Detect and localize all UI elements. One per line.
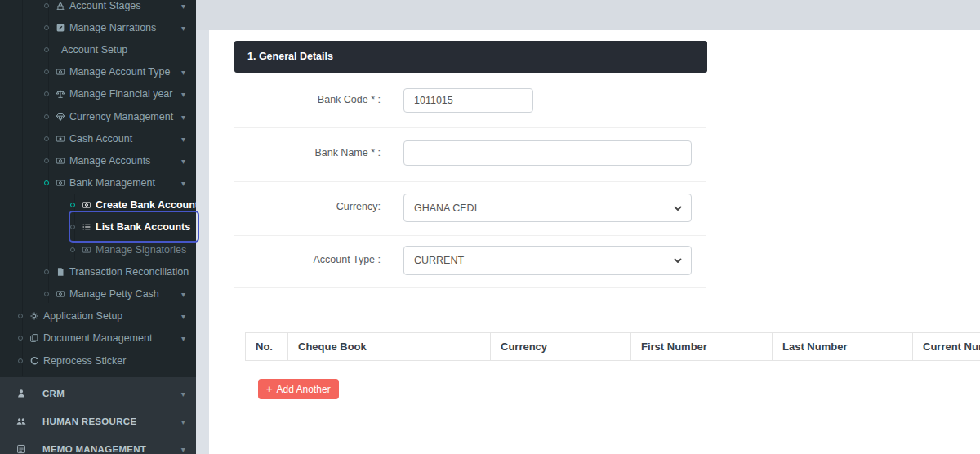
sidebar-item-account-setup[interactable]: Account Setup bbox=[0, 38, 196, 60]
top-strip bbox=[196, 0, 980, 30]
chevron-down-icon bbox=[673, 203, 683, 213]
sidebar-item-list-bank-accounts[interactable]: List Bank Accounts bbox=[0, 216, 196, 238]
sidebar: Account Stages▾Manage Narrations▾Account… bbox=[0, 0, 196, 454]
column-header-last-number: Last Number bbox=[773, 333, 913, 361]
bank-note-icon bbox=[53, 155, 67, 167]
account-type-select[interactable]: CURRENT bbox=[403, 246, 692, 275]
account-stages-icon bbox=[53, 0, 67, 11]
sidebar-menu-list: Account Stages▾Manage Narrations▾Account… bbox=[0, 0, 196, 372]
sidebar-item-label: Manage Petty Cash bbox=[69, 288, 159, 300]
column-header-first-number: First Number bbox=[631, 333, 773, 361]
file-icon bbox=[53, 266, 67, 278]
chevron-down-icon: ▾ bbox=[181, 312, 185, 321]
sidebar-module-list: CRM▾HUMAN RESOURCE▾MEMO MANAGEMENT▾ bbox=[0, 380, 196, 454]
sidebar-item-label: Document Management bbox=[43, 332, 152, 344]
sidebar-item-label: Manage Accounts bbox=[69, 155, 150, 167]
sidebar-item-label: Currency Management bbox=[69, 111, 173, 122]
chevron-down-icon bbox=[673, 256, 683, 265]
sidebar-item-cash-account[interactable]: Cash Account▾ bbox=[0, 127, 196, 149]
sidebar-item-create-bank-account[interactable]: Create Bank Account bbox=[0, 194, 196, 216]
sidebar-module-human-resource[interactable]: HUMAN RESOURCE▾ bbox=[0, 407, 196, 435]
sidebar-module-label: MEMO MANAGEMENT bbox=[42, 444, 146, 454]
bank-note-icon bbox=[53, 66, 67, 78]
chevron-down-icon: ▾ bbox=[181, 134, 185, 143]
narration-icon bbox=[53, 22, 67, 33]
sidebar-item-account-stages[interactable]: Account Stages▾ bbox=[0, 0, 196, 16]
bullet-icon bbox=[44, 136, 49, 141]
copy-icon bbox=[27, 332, 41, 344]
list-icon bbox=[79, 221, 93, 233]
cheque-book-table: No.Cheque BookCurrencyFirst NumberLast N… bbox=[245, 332, 980, 361]
sidebar-item-manage-signatories[interactable]: Manage Signatories bbox=[0, 238, 196, 260]
sidebar-item-label: Transaction Reconciliation bbox=[69, 266, 189, 278]
sidebar-item-label: Reprocess Sticker bbox=[43, 355, 126, 367]
bullet-icon bbox=[44, 180, 49, 185]
bullet-icon bbox=[44, 3, 49, 8]
bank-code-input[interactable] bbox=[403, 88, 533, 113]
table-header-row: No.Cheque BookCurrencyFirst NumberLast N… bbox=[246, 333, 980, 361]
sidebar-module-label: CRM bbox=[42, 389, 65, 398]
bank-note-icon bbox=[79, 244, 93, 256]
sidebar-item-label: Manage Account Type bbox=[69, 66, 170, 78]
sidebar-item-manage-petty-cash[interactable]: Manage Petty Cash▾ bbox=[0, 283, 196, 305]
sidebar-item-label: Bank Management bbox=[69, 177, 155, 189]
sidebar-module-memo-management[interactable]: MEMO MANAGEMENT▾ bbox=[0, 435, 196, 454]
sidebar-menu-zone: Account Stages▾Manage Narrations▾Account… bbox=[0, 0, 196, 377]
bullet-icon bbox=[18, 314, 23, 318]
diamond-icon bbox=[53, 111, 67, 122]
cheque-book-table-wrap: No.Cheque BookCurrencyFirst NumberLast N… bbox=[245, 332, 980, 361]
column-header-no: No. bbox=[246, 333, 288, 361]
sidebar-item-reprocess-sticker[interactable]: Reprocess Sticker bbox=[0, 349, 196, 372]
sidebar-item-manage-financial-year[interactable]: Manage Financial year▾ bbox=[0, 83, 196, 105]
sidebar-item-document-management[interactable]: Document Management▾ bbox=[0, 327, 196, 349]
section-header-general-details: 1. General Details bbox=[234, 41, 707, 73]
currency-label: Currency: bbox=[225, 200, 381, 213]
sidebar-item-label: Account Stages bbox=[69, 0, 141, 11]
row-divider bbox=[234, 181, 706, 182]
chevron-down-icon: ▾ bbox=[181, 90, 185, 99]
sidebar-item-application-setup[interactable]: Application Setup▾ bbox=[0, 305, 196, 327]
chevron-down-icon: ▾ bbox=[181, 417, 185, 426]
sidebar-item-label: List Bank Accounts bbox=[96, 221, 190, 233]
sidebar-item-label: Manage Financial year bbox=[69, 88, 172, 100]
sidebar-item-label: Manage Signatories bbox=[96, 244, 186, 256]
chevron-down-icon: ▾ bbox=[181, 1, 185, 10]
bullet-icon bbox=[44, 269, 49, 274]
chevron-down-icon: ▾ bbox=[181, 156, 185, 165]
currency-select[interactable]: GHANA CEDI bbox=[403, 194, 692, 222]
row-divider bbox=[234, 235, 706, 236]
cash-icon bbox=[53, 133, 67, 145]
bullet-icon bbox=[44, 292, 49, 296]
bank-code-label: Bank Code * : bbox=[225, 93, 381, 106]
app-root: Account Stages▾Manage Narrations▾Account… bbox=[0, 0, 980, 454]
row-divider bbox=[234, 127, 706, 128]
column-header-current-number: Current Number bbox=[913, 333, 980, 361]
bullet-icon bbox=[18, 358, 23, 363]
bullet-icon bbox=[70, 225, 75, 229]
bullet-icon bbox=[18, 336, 23, 340]
sidebar-item-transaction-reconciliation[interactable]: Transaction Reconciliation bbox=[0, 260, 196, 283]
sidebar-item-label: Manage Narrations bbox=[69, 22, 156, 33]
add-another-label: Add Another bbox=[277, 384, 331, 395]
sidebar-item-label: Create Bank Account bbox=[96, 199, 196, 211]
add-another-button[interactable]: + Add Another bbox=[258, 379, 339, 399]
memo-icon bbox=[15, 443, 28, 454]
bullet-icon bbox=[70, 247, 75, 252]
top-strip-divider bbox=[196, 11, 980, 11]
sidebar-item-manage-accounts[interactable]: Manage Accounts▾ bbox=[0, 149, 196, 171]
sidebar-item-bank-management[interactable]: Bank Management▾ bbox=[0, 172, 196, 194]
chevron-down-icon: ▾ bbox=[181, 334, 185, 343]
plus-icon: + bbox=[266, 384, 273, 394]
bank-note-icon bbox=[53, 177, 67, 189]
sidebar-module-crm[interactable]: CRM▾ bbox=[0, 380, 196, 407]
refresh-icon bbox=[27, 355, 41, 367]
bullet-icon bbox=[44, 69, 49, 74]
sidebar-item-manage-account-type[interactable]: Manage Account Type▾ bbox=[0, 61, 196, 83]
sidebar-item-label: Application Setup bbox=[43, 310, 122, 322]
bullet-icon bbox=[44, 158, 49, 163]
sidebar-item-manage-narrations[interactable]: Manage Narrations▾ bbox=[0, 16, 196, 38]
sidebar-item-currency-management[interactable]: Currency Management▾ bbox=[0, 105, 196, 127]
sidebar-module-zone: CRM▾HUMAN RESOURCE▾MEMO MANAGEMENT▾ bbox=[0, 377, 196, 454]
bullet-icon bbox=[44, 47, 49, 52]
bank-name-input[interactable] bbox=[403, 140, 692, 166]
